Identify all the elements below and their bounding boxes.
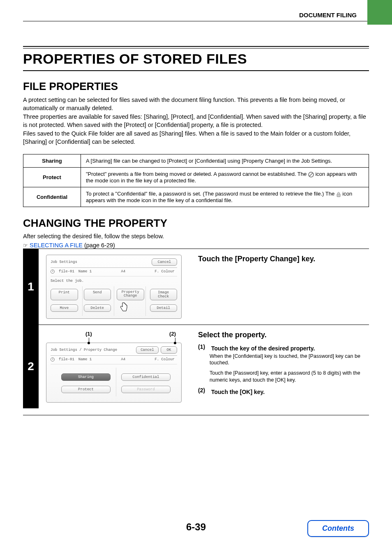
panel-title: Job Settings	[51, 260, 77, 264]
step-number: 1	[23, 249, 39, 325]
step-row: 1 Job Settings Cancel file-01 Name 1 A4 …	[23, 249, 369, 325]
table-row: Protect "Protect" prevents a file from b…	[23, 168, 369, 187]
title-rule	[23, 48, 369, 48]
page-title: PROPERTIES OF STORED FILES	[23, 51, 369, 67]
running-header: DOCUMENT FILING	[23, 12, 369, 18]
contents-button[interactable]: Contents	[307, 520, 369, 537]
step-row: 2 (1) (2) Job Settings / Property Change…	[23, 325, 369, 408]
send-button[interactable]: Send	[84, 289, 111, 300]
file-mode: F. Colour	[154, 269, 175, 274]
body-text: Files saved to the Quick File folder are…	[23, 130, 369, 146]
property-name: Sharing	[23, 154, 81, 168]
file-mode: F. Colour	[154, 357, 175, 362]
device-panel-property-change: Job Settings / Property Change Cancel OK…	[46, 343, 182, 403]
section-heading-changing: CHANGING THE PROPERTY	[23, 217, 369, 230]
title-rule	[23, 70, 369, 71]
title-rule	[23, 46, 369, 47]
no-entry-icon	[308, 172, 314, 177]
detail-button[interactable]: Detail	[150, 304, 178, 312]
substep-heading: Touch the [OK] key.	[211, 389, 265, 395]
callout-label: (2)	[169, 331, 176, 337]
body-text: After selecting the desired file, follow…	[23, 233, 369, 240]
clock-icon	[51, 357, 55, 362]
callout-label: (1)	[85, 331, 92, 337]
property-name: Protect	[23, 168, 81, 187]
body-text: Three properties are available for saved…	[23, 113, 369, 129]
panel-prompt: Select the job.	[51, 279, 177, 283]
delete-button[interactable]: Delete	[84, 304, 111, 312]
link-selecting-a-file[interactable]: SELECTING A FILE	[30, 242, 83, 249]
device-panel-job-settings: Job Settings Cancel file-01 Name 1 A4 F.…	[46, 255, 182, 319]
file-name: file-01	[59, 357, 74, 362]
cross-reference: ☞SELECTING A FILE (page 6-29)	[23, 242, 369, 249]
substep-number: (1)	[198, 343, 208, 352]
body-text: A protect setting can be selected for fi…	[23, 96, 369, 112]
text: To protect a "Confidential" file, a pass…	[86, 191, 336, 197]
cancel-button[interactable]: Cancel	[136, 346, 158, 354]
link-page-ref: (page 6-29)	[83, 242, 115, 249]
svg-rect-2	[337, 194, 340, 197]
step-heading: Touch the [Property Change] key.	[198, 255, 367, 263]
confidential-button[interactable]: Confidential	[121, 373, 171, 381]
section-heading-file-properties: FILE PROPERTIES	[23, 80, 369, 93]
reference-icon: ☞	[23, 242, 28, 249]
property-change-button[interactable]: Property Change	[117, 289, 144, 300]
move-button[interactable]: Move	[51, 304, 78, 312]
text: "Protect" prevents a file from being mov…	[86, 171, 308, 177]
property-desc: To protect a "Confidential" file, a pass…	[81, 187, 369, 207]
table-row: Sharing A [Sharing] file can be changed …	[23, 154, 369, 168]
substep-body: When the [Confidential] key is touched, …	[210, 353, 367, 367]
clock-icon	[51, 269, 55, 274]
tap-cursor-icon	[118, 301, 130, 313]
file-size: A4	[121, 357, 125, 362]
property-desc: A [Sharing] file can be changed to [Prot…	[81, 154, 369, 168]
section-color-tab	[367, 0, 392, 25]
image-check-button[interactable]: Image Check	[150, 289, 178, 300]
password-button[interactable]: Password	[121, 386, 171, 393]
file-user: Name 1	[78, 357, 92, 362]
header-rule	[23, 21, 369, 21]
substep-heading: Touch the key of the desired property.	[211, 345, 315, 352]
svg-line-1	[309, 173, 313, 176]
bottom-rule	[23, 415, 369, 415]
property-desc: "Protect" prevents a file from being mov…	[81, 168, 369, 187]
cancel-button[interactable]: Cancel	[152, 258, 177, 266]
ok-button[interactable]: OK	[161, 346, 177, 354]
step-heading: Select the property.	[198, 331, 367, 339]
substep-number: (2)	[198, 387, 208, 395]
panel-title: Job Settings / Property Change	[51, 348, 117, 352]
sharing-button[interactable]: Sharing	[61, 373, 111, 381]
print-button[interactable]: Print	[51, 289, 78, 300]
protect-button[interactable]: Protect	[61, 386, 111, 393]
file-user: Name 1	[78, 269, 92, 274]
table-row: Confidential To protect a "Confidential"…	[23, 187, 369, 207]
file-size: A4	[121, 269, 125, 274]
file-name: file-01	[59, 269, 74, 274]
property-name: Confidential	[23, 187, 81, 207]
step-number: 2	[23, 325, 39, 408]
substep-body: Touch the [Password] key, enter a passwo…	[210, 370, 367, 384]
properties-table: Sharing A [Sharing] file can be changed …	[23, 154, 369, 207]
lock-icon	[336, 191, 341, 197]
